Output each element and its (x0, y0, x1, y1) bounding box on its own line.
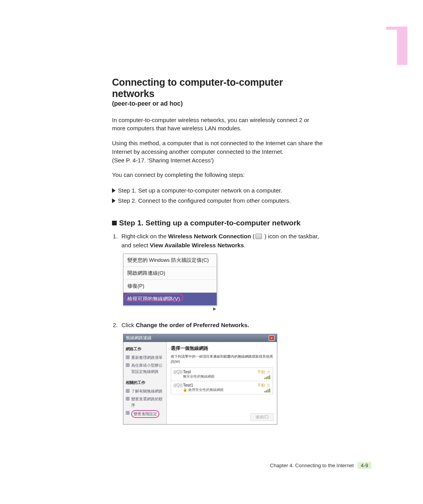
paragraph-2-line2: (See P. 4-17. 'Sharing Internet Access') (112, 157, 214, 164)
close-icon[interactable]: × (269, 335, 275, 341)
triangle-bullet-icon (112, 188, 116, 193)
network-row-test1[interactable]: ((Q)) Test1 🔒 啟用安全性的無線網路 手動 ☆ (171, 381, 273, 394)
network-row-test[interactable]: ((Q)) Test 無安全性的無線網路 手動 ☆ (171, 367, 273, 381)
overview-step-1: Step 1. Set up a computer-to-computer ne… (112, 185, 324, 196)
paragraph-3: You can connect by completing the follow… (112, 171, 324, 179)
sidebar-link-advanced-label: 變更進階設定 (131, 410, 159, 418)
instr-2-text-a: Click (121, 322, 136, 328)
signal-indicator: 手動 ☆ (257, 383, 270, 392)
dialog-titlebar: 無線網路連線 × (123, 334, 277, 342)
overview-step-2: Step 2. Connect to the configured comput… (112, 196, 324, 206)
instr-1-bold-b: View Available Wireless Networks (150, 242, 244, 248)
page-title: Connecting to computer-to-computer netwo… (112, 77, 324, 99)
network-desc: 無安全性的無線網路 (183, 374, 255, 379)
network-status: 手動 ☆ (257, 383, 270, 388)
page-subtitle: (peer-to-peer or ad hoc) (112, 100, 324, 107)
antenna-icon: ((Q)) (174, 383, 181, 387)
list-number: 1. (113, 232, 118, 241)
sidebar-link-refresh[interactable]: 重新整理網路清單 (126, 354, 164, 362)
overview-step-1-text: Step 1. Set up a computer-to-computer ne… (118, 187, 282, 194)
sidebar-link-change-order-label: 變更首選網路的順序 (131, 396, 164, 409)
network-desc: 🔒 啟用安全性的無線網路 (183, 387, 255, 392)
wireless-dialog-screenshot: 無線網路連線 × 網路工作 重新整理網路清單 為住家或小型辦公室設定無線網路 相… (123, 334, 277, 425)
menu-arrow-indicator: ▸ (123, 305, 324, 312)
square-bullet-icon (112, 221, 117, 225)
refresh-icon (126, 355, 130, 359)
sidebar-link-change-order[interactable]: 變更首選網路的順序 (126, 395, 164, 409)
sidebar-link-setup-label: 為住家或小型辦公室設定無線網路 (131, 362, 164, 375)
dialog-title: 無線網路連線 (126, 335, 152, 341)
dialog-sidebar: 網路工作 重新整理網路清單 為住家或小型辦公室設定無線網路 相關的工作 了解有關… (123, 342, 166, 424)
chapter-tab (386, 27, 407, 65)
sidebar-heading-related: 相關的工作 (126, 380, 164, 386)
triangle-bullet-icon (112, 198, 116, 203)
info-icon (126, 389, 130, 393)
wireless-connection-icon (255, 234, 262, 239)
list-number: 2. (113, 321, 118, 330)
instr-1-text-d: . (244, 242, 246, 248)
footer-chapter-text: Chapter 4. Connecting to the Internet (270, 463, 354, 468)
section-heading: Step 1. Setting up a computer-to-compute… (112, 219, 324, 227)
setup-icon (126, 363, 130, 367)
signal-indicator: 手動 ☆ (257, 369, 270, 379)
dialog-main: 選擇一個無線網路 按下列清單中的一個項目來連線到範圍內的無線網路或取得其他資訊(… (166, 342, 277, 424)
instr-1-text-b: ( (251, 233, 255, 239)
sidebar-link-learn[interactable]: 了解有關無線網路 (126, 387, 164, 395)
network-name: Test (183, 369, 255, 374)
instruction-1: 1. Right-click on the Wireless Network C… (112, 232, 324, 250)
instr-2-bold: Change the order of Preferred Networks. (136, 322, 249, 328)
instruction-2: 2. Click Change the order of Preferred N… (112, 321, 324, 330)
menu-item-view-wireless[interactable]: 檢視可用的無線網路(V) (123, 293, 217, 305)
sidebar-link-learn-label: 了解有關無線網路 (131, 388, 163, 394)
network-status: 手動 ☆ (257, 369, 270, 375)
context-menu-screenshot: 變更您的 Windows 防火牆設定值(C) 開啟網路連線(O) 修復(P) 檢… (123, 254, 217, 306)
dialog-main-heading: 選擇一個無線網路 (171, 345, 273, 352)
network-desc-text: 啟用安全性的無線網路 (188, 388, 224, 392)
signal-bars-icon (264, 389, 270, 392)
sidebar-heading-tasks: 網路工作 (126, 346, 164, 352)
dialog-main-subtext: 按下列清單中的一個項目來連線到範圍內的無線網路或取得其他資訊(W) (171, 354, 273, 364)
page-content: Connecting to computer-to-computer netwo… (112, 77, 324, 425)
signal-bars-icon (264, 375, 270, 379)
page-footer: Chapter 4. Connecting to the Internet 4-… (270, 462, 371, 469)
instr-1-text-a: Right-click on the (121, 233, 168, 239)
star-icon (126, 397, 130, 401)
paragraph-2: Using this method, a computer that is no… (112, 139, 324, 164)
sidebar-link-advanced[interactable]: 變更進階設定 (126, 409, 164, 419)
menu-item-open-connections[interactable]: 開啟網路連線(O) (123, 267, 217, 280)
sidebar-link-setup[interactable]: 為住家或小型辦公室設定無線網路 (126, 362, 164, 376)
instr-1-bold-a: Wireless Network Connection (168, 233, 251, 239)
menu-item-firewall[interactable]: 變更您的 Windows 防火牆設定值(C) (123, 254, 217, 267)
gear-icon (126, 411, 130, 415)
paragraph-2-line1: Using this method, a computer that is no… (112, 140, 323, 155)
paragraph-1: In computer-to-computer wireless network… (112, 116, 324, 133)
overview-step-2-text: Step 2. Connect to the configured comput… (118, 197, 291, 204)
footer-page-number: 4-9 (358, 462, 371, 469)
menu-item-repair[interactable]: 修復(P) (123, 280, 217, 293)
section-heading-text: Step 1. Setting up a computer-to-compute… (119, 219, 300, 227)
sidebar-link-refresh-label: 重新整理網路清單 (131, 355, 163, 361)
menu-item-view-wireless-label: 檢視可用的無線網路(V) (127, 296, 180, 302)
connect-button[interactable]: 連線(C) (250, 413, 274, 421)
network-name: Test1 (183, 383, 255, 387)
antenna-icon: ((Q)) (174, 369, 181, 374)
